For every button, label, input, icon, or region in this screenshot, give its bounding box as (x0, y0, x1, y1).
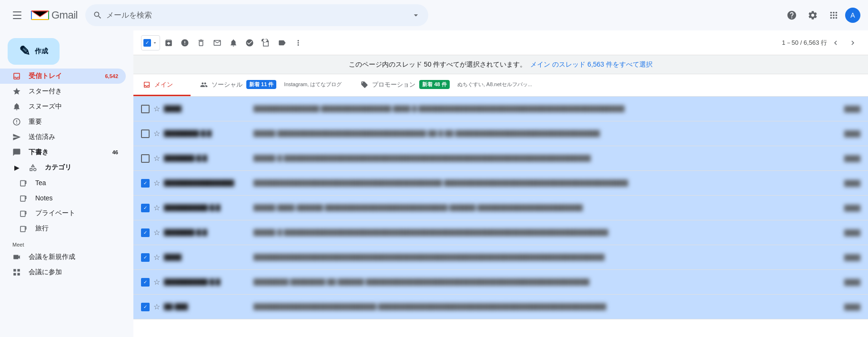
social-tab-icon (200, 81, 208, 89)
promotions-tab-label: プロモーション (372, 80, 415, 89)
email-row[interactable]: ☆ ██-███ ████████████████████████████ ██… (133, 295, 868, 319)
email-row[interactable]: ☆ ████████-█.█ █████ ███████████████████… (133, 121, 868, 146)
search-dropdown-icon[interactable] (411, 10, 421, 20)
email-date: ████ (832, 180, 860, 187)
email-preview: ███████████████ ████████████████ ████ █ … (253, 105, 828, 112)
email-row[interactable]: ☆ ███████-█.█ █████-█ ██████████████████… (133, 146, 868, 171)
main-tab-icon (143, 81, 151, 89)
move-to-button[interactable] (258, 35, 273, 50)
gmail-m-logo (30, 9, 50, 22)
sidebar-item-new-meeting[interactable]: 会議を新規作成 (0, 249, 126, 265)
selection-text: このページ内のスレッド 50 件すべてが選択されています。 (349, 60, 526, 69)
private-label-icon (19, 209, 28, 218)
star-button[interactable]: ☆ (153, 178, 160, 188)
search-bar[interactable]: メールを検索 (85, 4, 428, 26)
inbox-icon (12, 72, 21, 80)
help-button[interactable] (782, 6, 801, 25)
email-row[interactable]: ☆ ███████-█.█ █████-█ ██████████████████… (133, 220, 868, 245)
star-button[interactable]: ☆ (153, 203, 160, 212)
row-checkbox[interactable] (141, 253, 150, 262)
tab-promotions[interactable]: プロモーション 新着 48 件 ぬちぐすい, A8.netセルフバッ... (351, 74, 541, 96)
row-checkbox[interactable] (141, 179, 150, 188)
select-all-checkbox[interactable] (141, 35, 160, 50)
label-button[interactable] (274, 35, 290, 50)
email-row[interactable]: ☆ ██████████-█.█ ████████ ████████ ██ ██… (133, 270, 868, 295)
snoozed-label: スヌーズ中 (29, 102, 62, 111)
email-row[interactable]: ☆ ████ █████████████████████████████████… (133, 245, 868, 270)
compose-button[interactable]: ✎ 作成 (8, 38, 60, 65)
important-label: 重要 (29, 118, 42, 126)
star-button[interactable]: ☆ (153, 228, 160, 237)
sender-name: ████ (164, 105, 250, 112)
email-row[interactable]: ☆ ██████████-█.█ █████ ████-██████ █████… (133, 196, 868, 220)
checkbox-dropdown-icon[interactable] (152, 40, 158, 46)
drafts-label: 下書き (29, 148, 49, 157)
travel-label: 旅行 (35, 224, 49, 233)
tabs: メイン ソーシャル 新着 11 件 Instagram, はてなブログ プロモー… (133, 74, 868, 97)
svg-rect-0 (13, 11, 21, 12)
row-checkbox[interactable] (141, 278, 150, 287)
notes-label: Notes (35, 194, 53, 202)
apps-button[interactable] (824, 6, 843, 25)
sidebar-item-notes[interactable]: Notes (0, 190, 126, 206)
email-date: ████ (832, 254, 860, 261)
more-button[interactable] (291, 35, 306, 50)
sidebar-item-sent[interactable]: 送信済み (0, 129, 126, 145)
row-checkbox[interactable] (141, 105, 150, 113)
content-area: 1－50 / 6,563 行 このページ内のスレッド 50 件すべてが選択されて… (133, 30, 868, 337)
sent-label: 送信済み (29, 133, 55, 141)
sidebar-item-categories[interactable]: ▶ カテゴリ (0, 160, 126, 175)
sidebar-item-snoozed[interactable]: スヌーズ中 (0, 99, 126, 114)
archive-button[interactable] (161, 35, 176, 50)
star-button[interactable]: ☆ (153, 154, 160, 163)
mark-unread-icon (213, 39, 222, 47)
prev-page-button[interactable] (828, 35, 843, 50)
sidebar-item-starred[interactable]: スター付き (0, 84, 126, 99)
row-checkbox[interactable] (141, 228, 150, 237)
row-checkbox[interactable] (141, 154, 150, 163)
sender-name: ███████-█.█ (164, 155, 250, 162)
sidebar-item-private[interactable]: プライベート (0, 206, 126, 221)
star-button[interactable]: ☆ (153, 104, 160, 113)
social-tab-label: ソーシャル (212, 80, 242, 89)
row-checkbox[interactable] (141, 303, 150, 311)
done-button[interactable] (242, 35, 257, 50)
snooze-button[interactable] (226, 35, 241, 50)
star-button[interactable]: ☆ (153, 253, 160, 262)
settings-button[interactable] (803, 6, 822, 25)
sidebar-item-join-meeting[interactable]: 会議に参加 (0, 265, 126, 280)
sidebar-item-travel[interactable]: 旅行 (0, 221, 126, 236)
svg-rect-2 (13, 18, 21, 19)
report-spam-button[interactable] (177, 35, 192, 50)
mark-unread-button[interactable] (210, 35, 225, 50)
sidebar-item-drafts[interactable]: 下書き 46 (0, 145, 126, 160)
sidebar-item-important[interactable]: 重要 (0, 114, 126, 129)
tab-social[interactable]: ソーシャル 新着 11 件 Instagram, はてなブログ (191, 74, 351, 96)
avatar[interactable]: A (845, 8, 860, 23)
email-date: ████ (832, 106, 860, 112)
delete-button[interactable] (193, 35, 209, 50)
archive-icon (164, 39, 173, 47)
categories-expand-icon: ▶ (12, 163, 21, 172)
email-row[interactable]: ☆ ████████████████ █████████████████████… (133, 171, 868, 196)
select-all-link[interactable]: メイン のスレッド 6,563 件をすべて選択 (530, 60, 653, 69)
search-input[interactable]: メールを検索 (106, 10, 407, 20)
promotions-sub: ぬちぐすい, A8.netセルフバッ... (457, 81, 532, 88)
row-checkbox[interactable] (141, 129, 150, 138)
tab-main[interactable]: メイン (133, 74, 191, 96)
menu-button[interactable] (8, 6, 27, 25)
sidebar-item-tea[interactable]: Tea (0, 175, 126, 190)
star-button[interactable]: ☆ (153, 129, 160, 138)
sender-name: ██████████-█.█ (164, 278, 250, 286)
next-page-button[interactable] (845, 35, 860, 50)
row-checkbox[interactable] (141, 204, 150, 212)
email-preview: █████ ██████████████████████████████████… (253, 130, 828, 137)
selection-banner: このページ内のスレッド 50 件すべてが選択されています。 メイン のスレッド … (133, 55, 868, 74)
sidebar-item-inbox[interactable]: 受信トレイ 6,542 (0, 69, 126, 84)
star-button[interactable]: ☆ (153, 302, 160, 311)
toolbar: 1－50 / 6,563 行 (133, 30, 868, 55)
email-date: ████ (832, 304, 860, 310)
email-row[interactable]: ☆ ████ ███████████████ ████████████████ … (133, 97, 868, 121)
star-button[interactable]: ☆ (153, 278, 160, 287)
meet-section-label: Meet (0, 236, 133, 249)
